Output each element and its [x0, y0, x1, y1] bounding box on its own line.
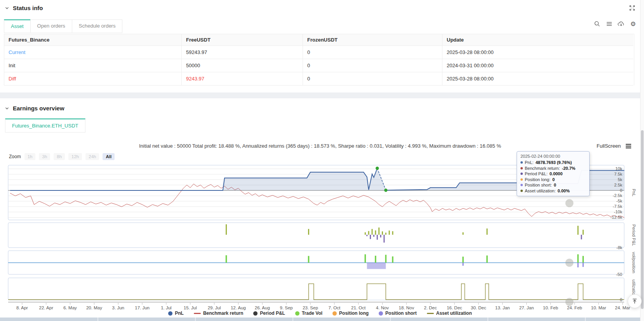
earnings-header: Earnings overview	[5, 105, 64, 112]
legend-item-trade-vol[interactable]: Trade Vol	[295, 311, 322, 316]
zoom-btn-1h[interactable]: 1h	[24, 153, 36, 160]
col-header: FreeUSDT	[182, 34, 303, 46]
y-tick-label: 7.5k	[614, 172, 622, 176]
tooltip-row: Position long: 0	[520, 177, 586, 183]
period-pnl-bar	[392, 231, 393, 235]
chevron-down-icon[interactable]	[5, 6, 9, 10]
expand-fullscreen-icon[interactable]	[629, 5, 635, 11]
legend-dot-icon	[379, 311, 383, 316]
status-info-card: Status info Asset Open orders Schedule o…	[0, 0, 640, 92]
period-pnl-bar	[463, 232, 464, 235]
row-label-diff: Diff	[4, 72, 182, 85]
table-row-init: Init 50000 0 2024-03-31 00:00:00	[4, 59, 634, 72]
x-axis-label: 7. Oct	[328, 305, 340, 310]
zoom-btn-3h[interactable]: 3h	[39, 153, 50, 160]
period-pnl-bar	[365, 232, 366, 235]
x-axis-label: 29. Jul	[208, 305, 221, 310]
row-label-current[interactable]: Current	[4, 46, 182, 59]
trade-vol-bar	[385, 255, 387, 263]
y-tick-label: -8k	[616, 245, 623, 250]
trade-vol-bar	[462, 256, 464, 263]
legend-item-asset-utilization[interactable]: Asset utilization	[427, 311, 472, 316]
table-row-diff: Diff 9243.97 0 2025-03-28 08:00:00	[4, 72, 634, 85]
series-dot-icon	[520, 178, 523, 181]
y-tick-label: -2.5k	[613, 193, 623, 198]
legend-item-pnl[interactable]: PnL	[168, 311, 184, 316]
list-menu-icon[interactable]	[606, 20, 613, 27]
x-axis-label: 10. Feb	[543, 305, 558, 310]
tab-open-orders[interactable]: Open orders	[30, 19, 72, 33]
cell-update: 2025-03-28 08:00:00	[442, 46, 633, 59]
tab-asset[interactable]: Asset	[4, 19, 31, 33]
x-axis-label: 26. Aug	[255, 305, 270, 310]
legend-item-period-p-l[interactable]: Period P&L	[253, 311, 285, 316]
trade-vol-bar	[375, 256, 376, 263]
back-to-top-button[interactable]	[628, 294, 642, 308]
search-icon[interactable]	[594, 20, 600, 27]
x-axis-label: 30. Dec	[471, 305, 486, 310]
x-axis-label: 21. Oct	[351, 305, 366, 310]
position-short-bar	[577, 263, 579, 267]
tooltip-rows: PnL: 4878.7693 (9.76%)Benchmark return: …	[520, 160, 586, 194]
tab-futures-binance-eth-usdt[interactable]: Futures_Binance.ETH_USDT	[5, 119, 85, 133]
zoom-btn-8h[interactable]: 8h	[54, 153, 65, 160]
position-short-bar	[367, 263, 386, 269]
y-tick-label: 0	[620, 297, 622, 302]
legend-dot-icon	[253, 311, 258, 316]
tooltip-row: Asset utilization: 0.00%	[520, 188, 586, 194]
zoom-btn-12h[interactable]: 12h	[68, 153, 82, 160]
section-title: Earnings overview	[13, 105, 64, 112]
panel-ylabel: vol/position	[632, 252, 636, 273]
trade-vol-bar	[392, 256, 393, 263]
y-tick-label: 2.5k	[614, 183, 622, 187]
x-axis-line	[8, 302, 624, 303]
cloud-download-icon[interactable]	[618, 20, 625, 27]
tooltip-row: Benchmark return: -20.7%	[520, 166, 586, 171]
horizontal-scrollbar[interactable]	[0, 318, 640, 321]
scrollbar-thumb[interactable]	[641, 130, 644, 309]
x-axis-label: 3. Jun	[112, 305, 124, 310]
period-pnl-bar	[370, 235, 371, 239]
arrow-up-to-line-icon	[632, 298, 638, 304]
zoom-buttons: 1h3h8h12h24hAll	[24, 153, 115, 160]
legend-item-position-short[interactable]: Position short	[379, 311, 417, 316]
trade-vol-bar	[365, 254, 366, 263]
legend-item-benchmark-return[interactable]: Benchmark return	[194, 311, 243, 316]
legend-dot-icon	[168, 311, 172, 316]
y-tick-label: -10k	[614, 209, 623, 214]
cell-update: 2024-03-31 00:00:00	[442, 59, 633, 72]
table-header-row: Futures_Binance FreeUSDT FrozenUSDT Upda…	[4, 34, 634, 46]
x-axis-label: 13. Jan	[495, 305, 510, 310]
table-toolbar: ⚙	[594, 20, 637, 27]
period-pnl-bar	[578, 226, 579, 235]
period-pnl-bar	[366, 235, 367, 236]
vertical-scrollbar[interactable]	[640, 0, 644, 321]
chevron-down-icon[interactable]	[5, 106, 9, 111]
tab-schedule-orders[interactable]: Schedule orders	[72, 19, 123, 33]
legend-item-position-long[interactable]: Position long	[332, 311, 369, 316]
x-axis-label: 8. Apr	[16, 305, 28, 310]
panel-ylabel: Period P&L	[632, 224, 636, 246]
position-short-bar	[462, 263, 464, 266]
period-pnl-bar	[371, 229, 372, 235]
period-pnl-bar	[368, 231, 369, 235]
y-tick-label: 5k	[618, 177, 622, 182]
y-tick-label: 0	[620, 188, 622, 193]
cell-free: 9243.97	[182, 72, 303, 85]
hover-marker	[565, 259, 573, 267]
cell-frozen: 0	[303, 72, 442, 85]
gear-icon[interactable]: ⚙	[630, 20, 637, 27]
zoom-btn-24h[interactable]: 24h	[85, 153, 99, 160]
period-pnl-bar	[389, 230, 390, 235]
period-pnl-bar	[373, 235, 374, 237]
x-axis-label: 9. Sep	[280, 305, 293, 310]
series-dot-icon	[520, 190, 523, 192]
trade-vol-bar	[308, 256, 310, 263]
zoom-range-selector: Zoom 1h3h8h12h24hAll	[9, 153, 115, 160]
fullscreen-button[interactable]: FullScreen	[597, 143, 621, 149]
y-tick-label: -12.5k	[610, 215, 622, 220]
tooltip-row: PnL: 4878.7693 (9.76%)	[520, 160, 586, 166]
period-pnl-bar	[308, 229, 309, 235]
zoom-btn-all[interactable]: All	[103, 153, 115, 160]
chart-context-menu-icon[interactable]	[625, 143, 632, 149]
